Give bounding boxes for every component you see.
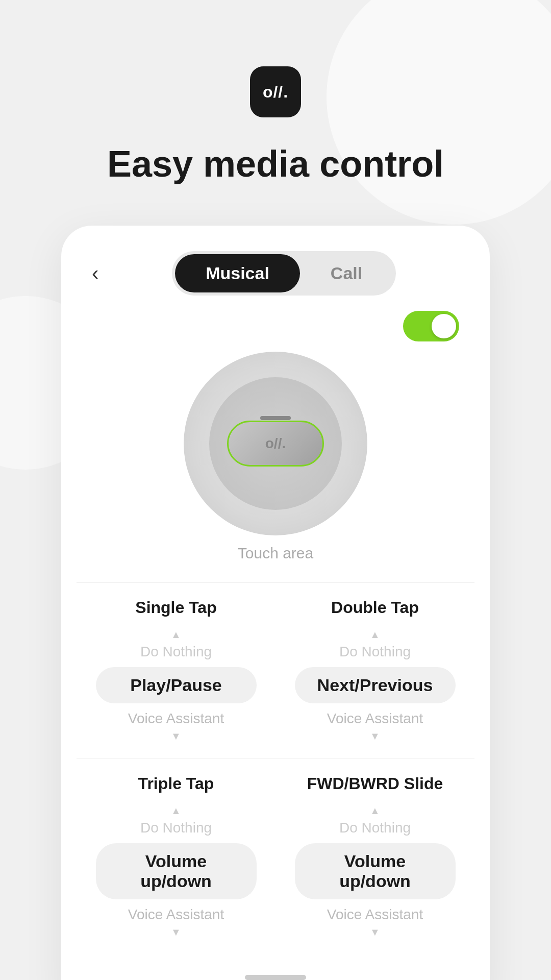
triple-tap-title: Triple Tap <box>138 774 214 793</box>
double-tap-picker[interactable]: ▲ Do Nothing Next/Previous Voice Assista… <box>286 627 464 743</box>
fwd-bwrd-up-arrow: ▲ <box>370 805 380 816</box>
fwd-bwrd-picker[interactable]: ▲ Do Nothing Volume up/down Voice Assist… <box>286 803 464 939</box>
single-tap-selected[interactable]: Play/Pause <box>96 667 257 703</box>
tab-musical[interactable]: Musical <box>175 254 300 292</box>
fwd-bwrd-title: FWD/BWRD Slide <box>307 774 443 793</box>
touch-circle-inner: o//. <box>209 377 342 510</box>
single-tap-option-below: Voice Assistant <box>128 708 224 729</box>
page-title: Easy media control <box>107 143 444 185</box>
touch-circle-outer: o//. <box>184 352 367 535</box>
touch-area-section: o//. Touch area <box>61 341 490 582</box>
toggle-wrap <box>61 296 490 341</box>
tab-switcher: Musical Call <box>172 251 396 296</box>
single-tap-down-arrow: ▼ <box>171 731 181 741</box>
double-tap-up-arrow: ▲ <box>370 629 380 640</box>
touch-area-label: Touch area <box>238 545 313 562</box>
double-tap-selected[interactable]: Next/Previous <box>295 667 456 703</box>
control-double-tap: Double Tap ▲ Do Nothing Next/Previous Vo… <box>276 582 474 758</box>
tab-call[interactable]: Call <box>300 254 393 292</box>
control-single-tap: Single Tap ▲ Do Nothing Play/Pause Voice… <box>77 582 276 758</box>
triple-tap-picker[interactable]: ▲ Do Nothing Volume up/down Voice Assist… <box>87 803 265 939</box>
back-button[interactable]: ‹ <box>87 257 104 290</box>
card-header: ‹ Musical Call <box>61 226 490 296</box>
enable-toggle[interactable] <box>403 311 459 341</box>
single-tap-up-arrow: ▲ <box>171 629 181 640</box>
bottom-indicator <box>245 975 306 980</box>
triple-tap-selected[interactable]: Volume up/down <box>96 843 257 899</box>
fwd-bwrd-option-below: Voice Assistant <box>327 904 423 925</box>
app-icon: o//. <box>250 66 301 117</box>
phone-card: ‹ Musical Call o//. Touch area Single Ta… <box>61 226 490 980</box>
triple-tap-down-arrow: ▼ <box>171 927 181 937</box>
single-tap-title: Single Tap <box>135 598 216 617</box>
touch-device: o//. <box>227 421 324 467</box>
single-tap-picker[interactable]: ▲ Do Nothing Play/Pause Voice Assistant … <box>87 627 265 743</box>
fwd-bwrd-selected[interactable]: Volume up/down <box>295 843 456 899</box>
triple-tap-option-below: Voice Assistant <box>128 904 224 925</box>
fwd-bwrd-option-above: Do Nothing <box>339 818 411 838</box>
triple-tap-up-arrow: ▲ <box>171 805 181 816</box>
triple-tap-option-above: Do Nothing <box>140 818 212 838</box>
toggle-knob <box>432 314 456 338</box>
control-triple-tap: Triple Tap ▲ Do Nothing Volume up/down V… <box>77 758 276 954</box>
app-icon-label: o//. <box>263 83 288 102</box>
controls-grid: Single Tap ▲ Do Nothing Play/Pause Voice… <box>61 582 490 954</box>
touch-device-logo: o//. <box>265 435 286 452</box>
double-tap-option-below: Voice Assistant <box>327 708 423 729</box>
fwd-bwrd-down-arrow: ▼ <box>370 927 380 937</box>
single-tap-option-above: Do Nothing <box>140 642 212 662</box>
bg-decoration-circle-top <box>327 0 551 225</box>
double-tap-title: Double Tap <box>331 598 419 617</box>
double-tap-down-arrow: ▼ <box>370 731 380 741</box>
double-tap-option-above: Do Nothing <box>339 642 411 662</box>
control-fwd-bwrd: FWD/BWRD Slide ▲ Do Nothing Volume up/do… <box>276 758 474 954</box>
